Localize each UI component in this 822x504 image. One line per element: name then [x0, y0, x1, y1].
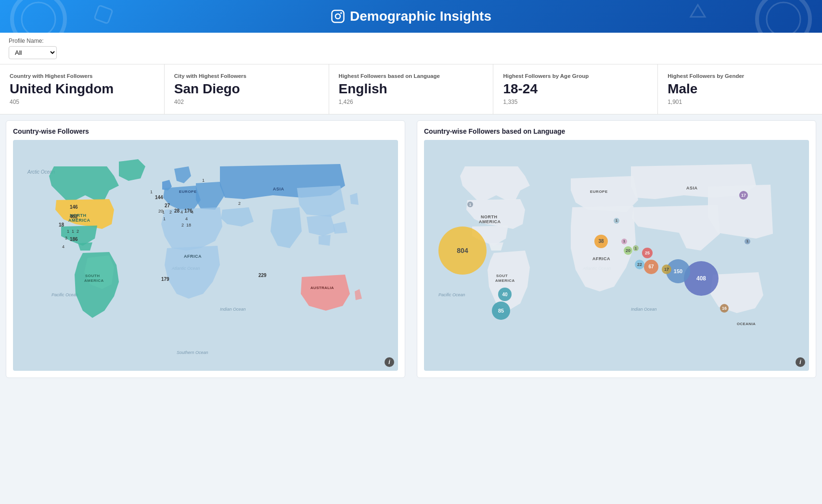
kpi-age: Highest Followers by Age Group 18-24 1,3… [493, 64, 658, 114]
kpi-country-value: United Kingdom [10, 82, 154, 97]
svg-text:OCEANIA: OCEANIA [737, 322, 756, 326]
kpi-gender-count: 1,901 [668, 99, 812, 105]
map1-info-btn[interactable]: i [385, 357, 394, 367]
svg-text:229: 229 [258, 273, 267, 278]
profile-select[interactable]: All Profile 1 Profile 2 [9, 46, 57, 59]
map-panel-language: Country-wise Followers based on Language… [417, 120, 816, 378]
svg-text:18: 18 [186, 223, 191, 227]
svg-text:SOUT: SOUT [496, 274, 508, 278]
svg-text:3: 3 [65, 236, 67, 240]
bubble-17-japan: 17 [739, 191, 748, 200]
svg-text:4: 4 [180, 210, 183, 214]
svg-text:1: 1 [72, 229, 74, 234]
svg-text:1: 1 [202, 178, 205, 183]
kpi-age-label: Highest Followers by Age Group [503, 73, 648, 79]
svg-text:AMERICA: AMERICA [84, 278, 104, 283]
svg-point-8 [341, 13, 341, 13]
kpi-language-value: English [339, 82, 484, 97]
svg-text:2: 2 [77, 229, 79, 234]
svg-text:27: 27 [165, 203, 170, 208]
svg-text:EUROPE: EUROPE [590, 189, 608, 194]
kpi-age-value: 18-24 [503, 82, 648, 97]
kpi-age-count: 1,335 [503, 99, 648, 105]
map1-title: Country-wise Followers [13, 127, 398, 135]
page-title: Demographic Insights [0, 9, 822, 24]
svg-text:EUROPE: EUROPE [179, 189, 197, 194]
kpi-gender: Highest Followers by Gender Male 1,901 [658, 64, 822, 114]
kpi-city-value: San Diego [174, 82, 319, 97]
svg-text:2: 2 [169, 210, 172, 214]
svg-point-7 [335, 14, 340, 19]
svg-text:Pacific Ocean: Pacific Ocean [51, 292, 78, 297]
svg-text:1: 1 [150, 189, 153, 194]
kpi-country: Country with Highest Followers United Ki… [0, 64, 165, 114]
kpi-gender-value: Male [668, 82, 812, 97]
svg-text:NORTH: NORTH [481, 214, 498, 219]
svg-text:ASIA: ASIA [686, 186, 698, 190]
svg-text:2: 2 [181, 223, 184, 227]
kpi-city: City with Highest Followers San Diego 40… [165, 64, 329, 114]
svg-text:4: 4 [191, 210, 193, 214]
svg-text:ASIA: ASIA [273, 187, 284, 191]
kpi-language-count: 1,426 [339, 99, 484, 105]
svg-text:Southern Ocean: Southern Ocean [177, 350, 208, 355]
kpi-city-count: 402 [174, 99, 319, 105]
bubble-southamerica-85: 85 [492, 302, 510, 320]
svg-text:1: 1 [163, 216, 166, 221]
kpi-row: Country with Highest Followers United Ki… [0, 64, 822, 114]
svg-text:146: 146 [70, 204, 78, 210]
svg-text:Indian Ocean: Indian Ocean [631, 307, 657, 312]
svg-text:SOUTH: SOUTH [85, 274, 100, 278]
svg-text:179: 179 [161, 277, 169, 282]
svg-rect-6 [332, 11, 344, 23]
svg-text:402: 402 [70, 214, 78, 219]
world-map-svg-1: Arctic Ocean Pacific Ocean Atlantic Ocea… [13, 140, 398, 371]
profile-label: Profile Name: [9, 38, 813, 44]
svg-text:28: 28 [174, 208, 180, 214]
map2-title: Country-wise Followers based on Language [424, 127, 809, 135]
instagram-icon [331, 9, 345, 24]
svg-text:144: 144 [155, 195, 163, 200]
bubble-north-america: 804 [438, 227, 487, 275]
svg-text:1: 1 [162, 210, 165, 214]
svg-text:18: 18 [59, 222, 64, 227]
main-content: Country-wise Followers Arctic Ocean Paci… [0, 114, 822, 384]
svg-text:AUSTRALIA: AUSTRALIA [310, 286, 334, 290]
page-header: Demographic Insights [0, 0, 822, 33]
bubble-1-c: 1 [621, 239, 627, 244]
kpi-country-label: Country with Highest Followers [10, 73, 154, 79]
bubble-europe-38: 38 [594, 235, 608, 248]
bubble-67: 67 [644, 260, 658, 274]
map-panel-country: Country-wise Followers Arctic Ocean Paci… [6, 120, 405, 378]
svg-text:4: 4 [185, 216, 188, 221]
svg-text:4: 4 [62, 244, 64, 249]
bubble-22: 22 [635, 260, 644, 269]
svg-text:AMERICA: AMERICA [479, 219, 501, 224]
svg-text:Pacific Ocean: Pacific Ocean [438, 292, 465, 297]
svg-text:186: 186 [70, 237, 78, 242]
kpi-language: Highest Followers based on Language Engl… [329, 64, 494, 114]
bubble-17-asia: 17 [662, 265, 671, 274]
bubble-1-e: 1 [745, 239, 750, 244]
map2-container: Pacific Ocean Atlantic Ocean Indian Ocea… [424, 140, 809, 371]
kpi-language-label: Highest Followers based on Language [339, 73, 484, 79]
map1-container: Arctic Ocean Pacific Ocean Atlantic Ocea… [13, 140, 398, 371]
bubble-25: 25 [642, 248, 653, 258]
kpi-gender-label: Highest Followers by Gender [668, 73, 812, 79]
svg-text:AMERICA: AMERICA [495, 278, 515, 283]
svg-text:1: 1 [67, 229, 69, 234]
kpi-city-label: City with Highest Followers [174, 73, 319, 79]
svg-text:2: 2 [238, 201, 241, 206]
svg-text:AFRICA: AFRICA [592, 256, 610, 261]
kpi-country-count: 405 [10, 99, 154, 105]
map2-info-btn[interactable]: i [796, 357, 805, 367]
profile-bar: Profile Name: All Profile 1 Profile 2 [0, 33, 822, 64]
svg-text:AFRICA: AFRICA [184, 254, 202, 259]
bubble-1-b: 1 [614, 218, 619, 224]
svg-text:Indian Ocean: Indian Ocean [220, 307, 246, 312]
